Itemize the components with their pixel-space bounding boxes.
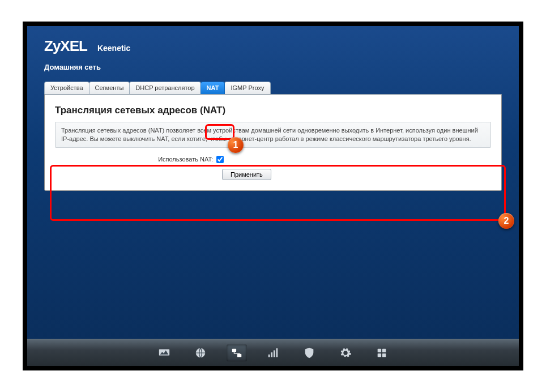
tab-label: Сегменты xyxy=(95,84,124,91)
apply-button[interactable]: Применить xyxy=(222,169,271,180)
taskbar-network-icon[interactable] xyxy=(227,344,247,361)
brand: ZyXEL Keenetic xyxy=(44,37,502,55)
logo: ZyXEL xyxy=(44,37,87,55)
svg-rect-4 xyxy=(268,354,270,357)
header: ZyXEL Keenetic Домашняя сеть xyxy=(27,26,519,76)
content-panel: Трансляция сетевых адресов (NAT) Трансля… xyxy=(44,95,502,191)
svg-rect-0 xyxy=(159,349,169,355)
tab-bar: Устройства Сегменты DHCP ретранслятор NA… xyxy=(44,82,502,95)
tab-label: NAT xyxy=(207,84,219,91)
window-frame: ZyXEL Keenetic Домашняя сеть Устройства … xyxy=(23,22,523,370)
nat-toggle-row: Использовать NAT: xyxy=(55,156,491,163)
taskbar-wifi-icon[interactable] xyxy=(263,344,283,361)
tab-label: DHCP ретранслятор xyxy=(135,84,194,91)
svg-rect-2 xyxy=(232,348,236,352)
taskbar-gear-icon[interactable] xyxy=(335,344,356,361)
svg-rect-3 xyxy=(237,353,241,357)
tab-dhcp-relay[interactable]: DHCP ретранслятор xyxy=(129,82,201,94)
app-screen: ZyXEL Keenetic Домашняя сеть Устройства … xyxy=(27,26,519,366)
nat-checkbox[interactable] xyxy=(216,156,224,163)
svg-rect-11 xyxy=(382,353,386,356)
button-row: Применить xyxy=(55,169,491,180)
model-name: Keenetic xyxy=(97,44,130,53)
tab-segments[interactable]: Сегменты xyxy=(89,82,130,94)
tab-nat[interactable]: NAT xyxy=(201,82,225,94)
taskbar xyxy=(27,339,519,366)
svg-rect-10 xyxy=(378,353,381,356)
svg-rect-8 xyxy=(378,348,381,352)
taskbar-apps-icon[interactable] xyxy=(372,344,392,361)
apply-button-label: Применить xyxy=(231,171,263,178)
annotation-badge-2: 2 xyxy=(498,213,514,229)
page-heading: Трансляция сетевых адресов (NAT) xyxy=(55,101,491,122)
svg-rect-5 xyxy=(271,352,272,357)
description-box: Трансляция сетевых адресов (NAT) позволя… xyxy=(55,122,491,148)
tab-label: IGMP Proxy xyxy=(231,84,264,91)
taskbar-shield-icon[interactable] xyxy=(299,344,319,361)
svg-rect-6 xyxy=(274,350,275,357)
nat-label: Использовать NAT: xyxy=(55,156,216,163)
tab-igmp-proxy[interactable]: IGMP Proxy xyxy=(224,82,270,94)
taskbar-globe-icon[interactable] xyxy=(190,344,211,361)
svg-rect-9 xyxy=(382,348,386,352)
spacer xyxy=(55,169,222,180)
section-title: Домашняя сеть xyxy=(44,63,502,71)
taskbar-monitor-icon[interactable] xyxy=(154,344,174,361)
svg-rect-7 xyxy=(276,348,278,357)
tab-devices[interactable]: Устройства xyxy=(44,82,89,94)
tab-label: Устройства xyxy=(50,84,83,91)
